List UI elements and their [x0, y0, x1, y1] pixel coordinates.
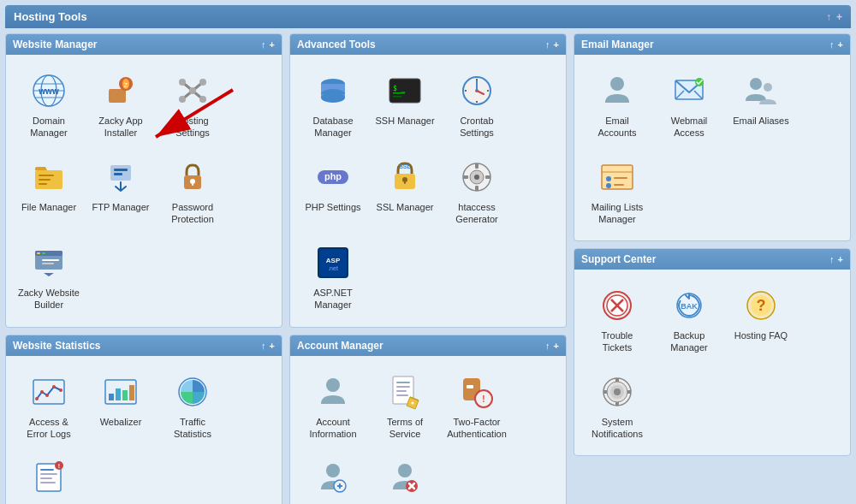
file-manager-icon	[28, 157, 69, 198]
tool-usage-reports[interactable]: ! Usage Reports	[15, 450, 83, 504]
terms-of-service-icon	[384, 371, 425, 412]
tool-file-manager[interactable]: File Manager	[15, 150, 83, 233]
account-manager-collapse[interactable]: ↑	[545, 341, 550, 351]
tool-two-factor-authentication[interactable]: ! Two-Factor Authentication	[443, 365, 511, 448]
tool-crontab-settings[interactable]: Crontab Settings	[443, 63, 511, 146]
svg-rect-134	[614, 184, 624, 186]
tool-webalizer[interactable]: Webalizer	[86, 365, 155, 448]
account-manager-expand[interactable]: +	[554, 341, 559, 351]
tool-traffic-statistics[interactable]: Traffic Statistics	[158, 365, 227, 448]
webmail-access-icon	[669, 70, 710, 111]
advanced-tools-expand[interactable]: +	[554, 39, 559, 50]
tool-mailing-lists-manager[interactable]: Mailing Lists Manager	[583, 150, 651, 233]
backup-manager-label: Backup Manager	[658, 329, 720, 354]
two-factor-authentication-icon: !	[456, 371, 497, 412]
svg-point-17	[179, 96, 186, 103]
top-bar-plus-icon[interactable]: +	[836, 11, 842, 23]
ftp-manager-icon	[100, 157, 141, 198]
svg-rect-94	[475, 163, 479, 169]
tool-access-error-logs[interactable]: Access & Error Logs	[15, 365, 83, 448]
svg-point-16	[189, 87, 196, 94]
tool-backup-manager[interactable]: BAK Backup Manager	[655, 278, 723, 361]
svg-rect-46	[129, 385, 134, 400]
panel-header-account-manager: Account Manager ↑ +	[290, 335, 566, 356]
svg-point-128	[764, 83, 772, 92]
email-manager-collapse[interactable]: ↑	[829, 39, 835, 50]
top-bar-minus-icon[interactable]: ↑	[826, 11, 831, 23]
trouble-tickets-icon	[597, 285, 638, 326]
svg-rect-51	[40, 477, 52, 479]
svg-text:?: ?	[757, 297, 766, 314]
svg-point-40	[52, 385, 56, 388]
panel-support-center: Support Center ↑ +	[574, 248, 851, 456]
website-statistics-expand[interactable]: +	[270, 341, 275, 351]
tool-domain-manager[interactable]: www Domain Manager	[15, 63, 83, 146]
svg-rect-76	[393, 96, 401, 98]
main-container: Hosting Tools ↑ + Website	[0, 0, 856, 504]
svg-point-114	[326, 464, 340, 477]
svg-point-93	[474, 175, 479, 180]
panel-advanced-tools: Advanced Tools ↑ +	[289, 33, 567, 328]
svg-rect-44	[116, 388, 121, 400]
tool-php-settings[interactable]: php PHP Settings	[299, 150, 367, 233]
svg-point-41	[59, 388, 62, 392]
mailing-lists-manager-label: Mailing Lists Manager	[586, 201, 648, 226]
tool-trouble-tickets[interactable]: Trouble Tickets	[583, 278, 651, 361]
ssh-manager-label: SSH Manager	[375, 115, 434, 127]
tool-system-notifications[interactable]: System Notifications	[583, 365, 651, 448]
svg-rect-133	[614, 177, 627, 179]
tool-aspnet-manager[interactable]: ASP .net ASP.NET Manager	[299, 235, 367, 318]
email-manager-expand[interactable]: +	[838, 39, 843, 50]
tool-ftp-manager[interactable]: FTP Manager	[86, 150, 155, 233]
tool-account-information[interactable]: Account Information	[299, 365, 367, 448]
svg-rect-89	[404, 180, 406, 184]
tool-email-aliases[interactable]: Email Aliases	[727, 63, 795, 146]
tool-database-manager[interactable]: Database Manager	[299, 63, 367, 146]
tool-ssl-manager[interactable]: SSL SSL Manager	[371, 150, 439, 233]
email-manager-actions: ↑ +	[829, 39, 843, 50]
panel-header-website-statistics: Website Statistics ↑ +	[6, 335, 282, 356]
tool-password-protection[interactable]: Password Protection	[158, 150, 227, 233]
support-center-collapse[interactable]: ↑	[829, 254, 835, 264]
webalizer-label: Webalizer	[100, 416, 142, 428]
hosting-faq-label: Hosting FAQ	[734, 329, 788, 341]
tool-account-password[interactable]: Account Password	[299, 450, 367, 504]
domain-manager-label: Domain Manager	[18, 115, 80, 139]
tool-zacky-website-builder[interactable]: Zacky Website Builder	[15, 235, 83, 318]
tool-webmail-access[interactable]: Webmail Access	[655, 63, 723, 146]
tool-email-accounts[interactable]: Email Accounts	[583, 63, 651, 146]
svg-rect-97	[485, 175, 490, 179]
webalizer-icon	[100, 371, 141, 412]
website-statistics-collapse[interactable]: ↑	[261, 341, 266, 351]
tool-hosting-faq[interactable]: ? Hosting FAQ	[727, 278, 795, 361]
tool-htaccess-generator[interactable]: htaccess Generator	[443, 150, 511, 233]
support-center-expand[interactable]: +	[838, 254, 843, 264]
backup-manager-icon: BAK	[669, 285, 710, 326]
website-statistics-actions: ↑ +	[261, 341, 275, 351]
svg-point-38	[40, 390, 44, 394]
email-aliases-label: Email Aliases	[733, 115, 788, 127]
tool-terms-of-service[interactable]: Terms of Service	[371, 365, 439, 448]
account-manager-actions: ↑ +	[545, 341, 559, 351]
system-notifications-icon	[597, 371, 638, 412]
website-manager-expand[interactable]: +	[270, 39, 275, 50]
email-aliases-icon	[740, 70, 782, 111]
svg-rect-150	[603, 390, 607, 394]
svg-point-18	[199, 96, 206, 103]
tool-account-closure[interactable]: Account Closure	[371, 450, 439, 504]
svg-rect-28	[192, 181, 193, 186]
svg-rect-149	[615, 402, 619, 406]
panel-header-advanced-tools: Advanced Tools ↑ +	[290, 34, 566, 55]
website-manager-collapse[interactable]: ↑	[261, 39, 266, 50]
svg-point-37	[35, 397, 39, 400]
tool-hosting-settings[interactable]: Hosting Settings	[158, 63, 227, 146]
account-password-icon	[312, 457, 354, 498]
zacky-website-builder-label: Zacky Website Builder	[18, 287, 80, 311]
panel-header-support-center: Support Center ↑ +	[574, 249, 850, 270]
tool-zacky-app-installer[interactable]: Z Zacky App Installer	[86, 63, 155, 146]
svg-point-102	[326, 378, 340, 392]
svg-point-118	[398, 464, 412, 477]
support-center-actions: ↑ +	[829, 254, 843, 264]
tool-ssh-manager[interactable]: $ _ SSH Manager	[371, 63, 439, 146]
advanced-tools-collapse[interactable]: ↑	[545, 39, 550, 50]
